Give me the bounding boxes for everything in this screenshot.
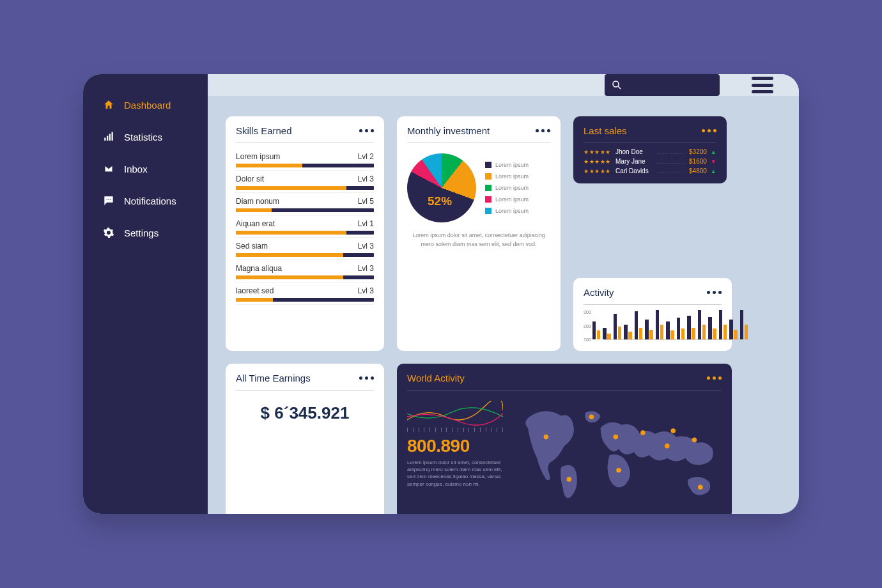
bar-group (603, 328, 611, 339)
skill-level: Lvl 3 (358, 286, 374, 295)
skill-level: Lvl 1 (358, 219, 374, 228)
menu-button[interactable] (752, 77, 773, 93)
bar-group (698, 310, 706, 339)
skill-level: Lvl 3 (358, 174, 374, 183)
sidebar-item-label: Notifications (124, 196, 176, 206)
sidebar-item-dashboard[interactable]: Dashboard (102, 98, 208, 111)
bar-group (666, 321, 674, 339)
skill-row: Magna aliquaLvl 3 (236, 260, 374, 282)
skill-name: Lorem ipsum (236, 152, 280, 161)
skill-level: Lvl 2 (358, 152, 374, 161)
bar-group (592, 321, 601, 339)
legend-item: Lorem ipsum (485, 185, 529, 191)
card-title: World Activity (407, 373, 465, 383)
content-grid: Skills Earned Lorem ipsumLvl 2Dolor sitL… (208, 96, 799, 514)
bar-group (614, 314, 622, 339)
sale-amount: $1600 (689, 158, 707, 165)
card-title: Last sales (584, 125, 627, 136)
star-rating: ★★★★★ (584, 159, 612, 165)
sidebar: Dashboard Statistics Inbox Notifications… (83, 74, 208, 514)
sale-amount: $4800 (689, 167, 707, 174)
svg-point-6 (110, 199, 111, 200)
pie-center-label: 52% (428, 194, 452, 208)
svg-point-14 (640, 430, 646, 435)
legend-item: Lorem ipsum (485, 196, 529, 203)
skill-level: Lvl 5 (358, 197, 374, 206)
bar-group (740, 310, 748, 339)
svg-point-7 (613, 81, 619, 87)
sidebar-item-statistics[interactable]: Statistics (102, 130, 208, 143)
svg-point-10 (567, 477, 572, 482)
card-title: All Time Earnings (236, 373, 311, 383)
more-icon[interactable] (536, 129, 550, 132)
skill-level: Lvl 3 (358, 264, 374, 273)
sales-card: Last sales ★★★★★Jhon Doe................… (573, 116, 727, 183)
bar-group (708, 317, 716, 339)
skill-row: Dolor sitLvl 3 (236, 171, 374, 193)
svg-rect-3 (112, 132, 113, 141)
svg-point-4 (107, 199, 108, 200)
skill-progress (236, 253, 374, 257)
earnings-card: All Time Earnings $ 6´345.921 (226, 364, 384, 514)
main: Skills Earned Lorem ipsumLvl 2Dolor sitL… (208, 74, 799, 514)
sidebar-item-inbox[interactable]: Inbox (102, 162, 208, 175)
card-title: Activity (584, 287, 614, 298)
pie-chart: 52% (407, 153, 476, 222)
ruler-icon (407, 426, 503, 436)
pie-caption: Lorem ipsum dolor sit amet, consectetuer… (407, 231, 550, 249)
sale-name: Jhon Doe (615, 148, 653, 155)
bar-group (687, 316, 695, 339)
activity-y-axis: 300 200 100 (584, 310, 591, 342)
sale-row: ★★★★★Mary Jane..................$1600▼ (584, 158, 716, 165)
mail-icon (102, 162, 115, 175)
investment-card: Monthly investment 52% Lorem ipsumLorem … (397, 116, 561, 351)
skill-row: laoreet sedLvl 3 (236, 282, 374, 305)
skill-name: Magna aliqua (236, 264, 282, 273)
svg-point-16 (670, 428, 676, 433)
svg-point-17 (692, 438, 697, 443)
sale-row: ★★★★★Carl Davids..................$4800▲ (584, 167, 716, 174)
sale-name: Carl Davids (615, 167, 653, 174)
sidebar-item-settings[interactable]: Settings (102, 226, 208, 239)
topbar (208, 74, 799, 96)
world-number: 800.890 (407, 436, 503, 456)
card-title: Skills Earned (236, 125, 292, 136)
more-icon[interactable] (707, 376, 722, 380)
skill-progress (236, 298, 374, 302)
sidebar-item-label: Statistics (124, 132, 162, 143)
bar-group (624, 325, 632, 339)
svg-point-18 (698, 484, 703, 490)
activity-bar-chart (592, 310, 748, 342)
activity-card: Activity 300 200 100 (573, 278, 732, 351)
svg-point-5 (108, 199, 109, 200)
bar-group (729, 320, 738, 339)
svg-point-13 (616, 468, 621, 473)
svg-rect-0 (104, 138, 105, 141)
star-rating: ★★★★★ (584, 149, 612, 155)
skill-progress (236, 186, 374, 190)
skill-name: Aiquan erat (236, 219, 275, 228)
bar-group (677, 318, 685, 339)
skill-progress (236, 164, 374, 167)
sale-name: Mary Jane (615, 158, 653, 165)
skills-card: Skills Earned Lorem ipsumLvl 2Dolor sitL… (226, 116, 384, 351)
more-icon[interactable] (702, 129, 716, 132)
svg-point-15 (665, 444, 670, 449)
more-icon[interactable] (359, 376, 374, 380)
search-input[interactable] (605, 74, 720, 96)
world-text: Lorem ipsum dolor sit amet, consectetuer… (407, 459, 503, 488)
skill-level: Lvl 3 (358, 242, 374, 251)
skill-name: Sed siam (236, 242, 268, 251)
skill-name: laoreet sed (236, 286, 274, 295)
more-icon[interactable] (707, 291, 722, 294)
skill-name: Dolor sit (236, 174, 264, 183)
bars-icon (102, 130, 115, 143)
svg-line-8 (618, 86, 621, 89)
world-card: World Activity (397, 364, 732, 514)
skill-name: Diam nonum (236, 197, 279, 206)
sidebar-item-notifications[interactable]: Notifications (102, 194, 208, 207)
more-icon[interactable] (359, 129, 374, 132)
chat-icon (102, 194, 115, 207)
skill-row: Aiquan eratLvl 1 (236, 215, 374, 238)
bar-group (645, 320, 653, 339)
